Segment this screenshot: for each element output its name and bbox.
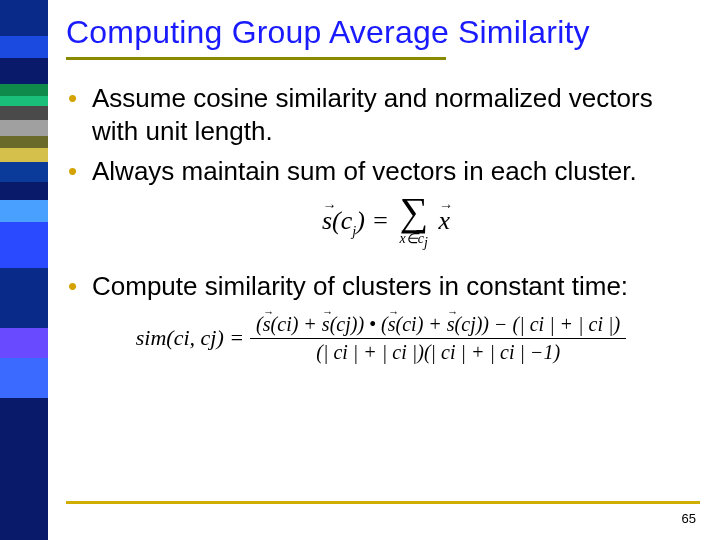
sigma-sum: ∑ x∈cj [399, 196, 428, 251]
sym-x: x [438, 206, 450, 235]
sidebar-stripe [0, 358, 48, 398]
bullet-list: Assume cosine similarity and normalized … [66, 82, 706, 188]
sym-cj: c [201, 325, 211, 350]
formula-similarity: sim(ci, cj) = (s(ci) + s(cj)) • (s(ci) +… [66, 311, 706, 366]
sidebar-stripe [0, 84, 48, 96]
bullet-list-2: Compute similarity of clusters in consta… [66, 270, 706, 303]
slide-title: Computing Group Average Similarity [66, 14, 706, 51]
sym-equals: = [365, 206, 396, 235]
bullet-2: Always maintain sum of vectors in each c… [66, 155, 706, 188]
sub-j2: j [210, 325, 216, 350]
sub-j: j [352, 223, 356, 238]
sidebar-stripe [0, 58, 48, 84]
title-underline [66, 57, 446, 60]
sum-under-in: ∈ [406, 231, 418, 246]
bullet-1: Assume cosine similarity and normalized … [66, 82, 706, 147]
decorative-sidebar [0, 0, 48, 540]
bullet-3: Compute similarity of clusters in consta… [66, 270, 706, 303]
sidebar-stripe [0, 162, 48, 182]
fraction-numerator: (s(ci) + s(cj)) • (s(ci) + s(cj)) − (| c… [250, 311, 626, 338]
sum-under-j: j [424, 234, 428, 249]
footer-rule [66, 501, 700, 504]
sidebar-stripe [0, 106, 48, 120]
sym-sim: sim [136, 325, 167, 350]
sidebar-stripe [0, 96, 48, 106]
sidebar-stripe [0, 222, 48, 268]
content-area: Computing Group Average Similarity Assum… [66, 14, 706, 366]
sidebar-stripe [0, 36, 48, 58]
sum-under-x: x [400, 231, 406, 246]
sidebar-stripe [0, 148, 48, 162]
sym-c: c [341, 206, 353, 235]
fraction: (s(ci) + s(cj)) • (s(ci) + s(cj)) − (| c… [250, 311, 626, 366]
formula-sum-vector: s(cj) = ∑ x∈cj x [66, 196, 706, 251]
sidebar-stripe [0, 328, 48, 358]
sym-equals2: = [224, 325, 244, 350]
sidebar-stripe [0, 200, 48, 222]
sidebar-stripe [0, 0, 48, 36]
sym-ci: c [174, 325, 184, 350]
sidebar-stripe [0, 398, 48, 540]
sidebar-stripe [0, 268, 48, 328]
slide: Computing Group Average Similarity Assum… [0, 0, 720, 540]
sidebar-stripe [0, 120, 48, 136]
sub-i: i [183, 325, 189, 350]
fraction-denominator: (| ci | + | ci |)(| ci | + | ci | −1) [250, 338, 626, 366]
sym-s: s [322, 206, 332, 235]
sidebar-stripe [0, 182, 48, 200]
page-number: 65 [682, 511, 696, 526]
sidebar-stripe [0, 136, 48, 148]
